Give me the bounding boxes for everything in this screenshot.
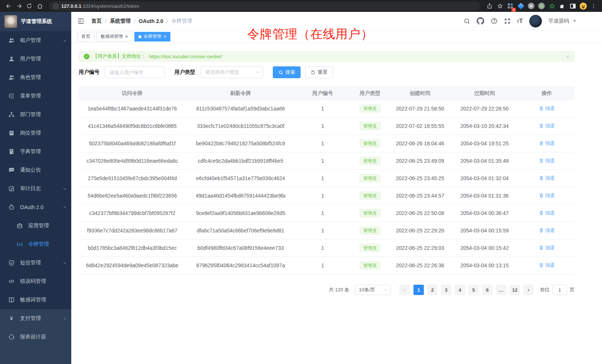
force-logout-button[interactable]: 强退 [539, 105, 555, 112]
page-button-5[interactable]: 5 [468, 285, 479, 295]
force-logout-button[interactable]: 强退 [539, 210, 555, 216]
sidebar-item-report[interactable]: 报表设计器 [0, 328, 71, 346]
extension-grid-icon[interactable]: 9 [506, 1, 515, 11]
sidebar-item-post[interactable]: 岗位管理 [0, 124, 71, 142]
chevron-down-icon [63, 187, 67, 191]
goto-page-input[interactable] [552, 285, 567, 295]
green-star-icon[interactable] [547, 1, 557, 11]
page-size-value: 10条/页 [359, 287, 375, 293]
collapse-sidebar-icon[interactable] [77, 17, 85, 25]
search-button[interactable]: 搜索 [273, 66, 301, 78]
prev-page-button[interactable]: ‹ [399, 285, 410, 295]
bookmark-star-icon[interactable] [495, 1, 505, 11]
alert-doc-link[interactable]: https://doc.iocoder.cn/user-center/ [149, 54, 222, 59]
user-type-badge: 管理员 [360, 209, 380, 217]
sidebar-item-notice[interactable]: 通知公告 [0, 161, 71, 179]
page-button-6[interactable]: 6 [482, 285, 493, 295]
pagination-ellipsis[interactable]: ... [496, 285, 506, 295]
tab-首页[interactable]: 首页 [77, 32, 94, 42]
user-type-select[interactable]: 请选择用户类型 [200, 66, 263, 78]
page-size-select[interactable]: 10条/页 [355, 285, 391, 295]
close-icon[interactable]: × [566, 53, 569, 60]
force-logout-button[interactable]: 强退 [539, 245, 555, 251]
command-circle-icon[interactable]: ⌘ [526, 1, 536, 11]
user-id-cell: 1 [295, 152, 350, 170]
sidebar-item-role[interactable]: 角色管理 [0, 68, 71, 87]
dict-icon [8, 149, 15, 155]
sidebar-item-menu[interactable]: 菜单管理 [0, 87, 71, 105]
sidebar-item-sensitive[interactable]: 敏感词管理 [0, 291, 71, 309]
refresh-token-cell: 811c530487574fa0af1a59d3abc1aa66 [186, 100, 295, 118]
app-logo[interactable]: 芋道管理系统 [0, 12, 71, 31]
user-id-cell: 1 [295, 118, 350, 135]
sidebar-item-errcode[interactable]: 错误码管理 [0, 272, 71, 291]
page-content: ✓ 【用户体系】文档地址： https://doc.iocoder.cn/use… [71, 43, 602, 364]
address-bar[interactable]: i 127.0.0.1:1024/system/oauth2/token [49, 1, 480, 10]
font-size-icon[interactable]: TT [517, 18, 523, 24]
close-icon[interactable]: × [164, 34, 167, 39]
home-icon[interactable] [35, 1, 45, 11]
force-logout-button[interactable]: 强退 [539, 227, 555, 234]
sidebar-item-pay[interactable]: ¥支付管理 [0, 309, 71, 328]
force-logout-button[interactable]: 强退 [539, 262, 555, 269]
side-panel-icon[interactable] [568, 1, 578, 11]
breadcrumb-item[interactable]: 系统管理 [110, 18, 131, 24]
fullscreen-icon[interactable] [504, 18, 511, 24]
sidebar-item-oauth2-app[interactable]: 应用管理 [0, 216, 71, 235]
created-time-cell: 2022-06-25 23:44:57 [390, 187, 450, 205]
sidebar-item-oauth2-token[interactable]: A令牌管理 [0, 235, 71, 254]
chevron-down-icon [383, 288, 387, 292]
kebab-menu-icon[interactable] [589, 1, 598, 11]
trash-icon [539, 176, 544, 181]
sidebar-item-audit[interactable]: 审计日志 [0, 179, 71, 198]
breadcrumb-item[interactable]: OAuth 2.0 [139, 18, 163, 24]
forward-icon[interactable] [14, 1, 24, 11]
gem-icon[interactable] [516, 1, 526, 11]
page-button-1[interactable]: 1 [413, 285, 424, 295]
help-icon[interactable] [491, 17, 498, 24]
sidebar-item-sms[interactable]: 短信管理 [0, 254, 71, 272]
record-circle-icon[interactable] [537, 1, 546, 11]
github-icon[interactable] [477, 17, 484, 25]
expire-time-cell: 2054-03-04 01:35:48 [450, 152, 519, 170]
user-id-input[interactable] [105, 66, 165, 78]
page-button-12[interactable]: 12 [510, 285, 520, 295]
page-button-2[interactable]: 2 [427, 285, 438, 295]
close-icon[interactable]: × [125, 34, 128, 39]
username[interactable]: 芋道源码 [548, 18, 569, 24]
force-logout-button[interactable]: 强退 [539, 140, 555, 147]
sidebar-item-oauth2[interactable]: OAuth 2.0 [0, 198, 71, 216]
role-icon [8, 75, 15, 80]
force-logout-button[interactable]: 强退 [539, 158, 555, 164]
tab-敏感词管理[interactable]: 敏感词管理× [96, 32, 132, 42]
page-info-icon[interactable]: i [53, 4, 58, 9]
force-logout-button[interactable]: 强退 [539, 192, 555, 199]
column-header: 访问令牌 [79, 87, 186, 100]
action-cell: 强退 [519, 170, 575, 187]
page-button-3[interactable]: 3 [441, 285, 451, 295]
reset-button[interactable]: 重置 [305, 66, 333, 78]
page-button-4[interactable]: 4 [455, 285, 465, 295]
force-logout-button[interactable]: 强退 [539, 123, 555, 129]
success-check-icon: ✓ [84, 54, 89, 59]
created-time-cell: 2022-07-29 21:58:50 [390, 100, 450, 118]
breadcrumb-item[interactable]: 首页 [91, 18, 102, 24]
sidebar-item-dict[interactable]: 字典管理 [0, 142, 71, 161]
share-icon[interactable] [485, 1, 494, 11]
caret-down-icon[interactable] [573, 20, 576, 22]
search-icon[interactable] [464, 18, 470, 24]
smiley-profile-icon[interactable] [578, 1, 588, 11]
sidebar-item-dept[interactable]: 部门管理 [0, 105, 71, 124]
user-icon [8, 56, 15, 62]
user-type-badge: 管理员 [360, 192, 380, 200]
reload-icon[interactable] [24, 1, 34, 11]
access-token-cell: 6d842e2924594de9a09e45e087323abe [79, 257, 186, 274]
force-logout-button[interactable]: 强退 [539, 175, 555, 182]
sidebar-item-user[interactable]: 用户管理 [0, 50, 71, 68]
sidebar-item-tenant[interactable]: 租户管理 [0, 31, 71, 50]
back-icon[interactable] [4, 1, 13, 11]
puzzle-icon[interactable] [557, 1, 567, 11]
next-page-button[interactable]: › [523, 285, 534, 295]
tab-令牌管理[interactable]: 令牌管理× [134, 32, 171, 42]
avatar[interactable] [529, 15, 542, 27]
